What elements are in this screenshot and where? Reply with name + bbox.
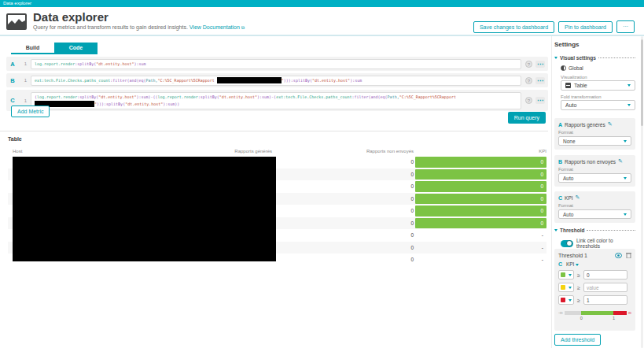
rapports-non-envoyes-cell: 0: [274, 180, 415, 193]
threshold-color-select[interactable]: [558, 295, 574, 305]
threshold-toggle-row: Link cell color to thresholds: [561, 238, 638, 249]
row-menu-icon[interactable]: ⋯: [535, 77, 545, 84]
toggle-label: Link cell color to thresholds: [576, 238, 638, 249]
editor-tabs: Build Code: [11, 43, 98, 54]
delete-icon[interactable]: [626, 252, 631, 258]
threshold-color-select[interactable]: [558, 270, 574, 280]
query-code-input[interactable]: (log.report.render:splitBy("dt.entity.ho…: [31, 92, 521, 109]
query-letter-badge: A: [6, 61, 19, 68]
table-section-title: Table: [8, 136, 22, 142]
query-row-b[interactable]: B1ext:tech.File.Checks.paths_count:filte…: [6, 73, 548, 87]
edit-icon[interactable]: ✎: [576, 194, 580, 201]
row-menu-icon[interactable]: ⋯: [535, 97, 545, 104]
kpi-cell: 0: [415, 205, 546, 217]
fold-transformation-select[interactable]: Auto: [561, 100, 635, 110]
code-line: log.report.render:splitBy("dt.entity.hos…: [35, 61, 517, 68]
more-options-button[interactable]: ⋯: [616, 20, 635, 33]
help-icon[interactable]: ?: [525, 77, 532, 84]
help-icon[interactable]: ?: [525, 61, 532, 68]
kpi-value: 0: [415, 181, 546, 192]
code-token: "C:%5C_Rapport%5CRapport: [158, 78, 217, 83]
query-row-c[interactable]: C1(log.report.render:splitBy("dt.entity.…: [6, 90, 548, 111]
code-token: log.report.render: [158, 94, 198, 99]
threshold-rule: ≥: [558, 270, 631, 280]
column-header-kpi[interactable]: KPI: [415, 146, 546, 156]
format-value: Auto: [563, 212, 573, 217]
subtitle-text: Query for metrics and transform results …: [33, 24, 188, 30]
visual-settings-label: Visual settings: [560, 55, 596, 61]
view-documentation-link[interactable]: View Documentation: [190, 24, 240, 30]
scrollbar[interactable]: [641, 36, 643, 348]
edit-icon[interactable]: ✎: [608, 121, 613, 128]
threshold-card-title: Threshold 1: [558, 253, 587, 258]
tab-code[interactable]: Code: [54, 43, 98, 53]
format-select-b[interactable]: Auto: [558, 173, 631, 183]
tab-build[interactable]: Build: [11, 43, 54, 53]
threshold-metric-select[interactable]: C KPI: [558, 261, 631, 267]
kpi-value: -: [542, 245, 546, 250]
yellow-swatch: [561, 285, 565, 290]
chevron-down-icon: [554, 57, 558, 59]
link-color-toggle[interactable]: [561, 240, 573, 247]
panel-divider: [551, 36, 552, 348]
add-threshold-button[interactable]: Add threshold: [554, 334, 601, 346]
kpi-cell: 0: [415, 193, 546, 205]
visualization-select[interactable]: Table: [561, 80, 635, 91]
rapports-non-envoyes-cell: 0: [274, 168, 415, 181]
line-number: 1: [19, 78, 27, 83]
code-token: "dt.entity.host": [125, 102, 163, 106]
visual-settings-section-header[interactable]: Visual settings: [554, 55, 635, 61]
row-menu-icon[interactable]: ⋯: [535, 61, 545, 68]
global-label: Global: [569, 65, 583, 71]
global-scope-row: Global: [561, 65, 583, 71]
metric-name: Rapports générés: [565, 122, 605, 128]
query-code-input[interactable]: log.report.render:splitBy("dt.entity.hos…: [31, 59, 521, 69]
format-select-c[interactable]: Auto: [558, 209, 631, 219]
kpi-cell: 0: [415, 217, 546, 230]
visibility-icon[interactable]: [615, 253, 622, 258]
code-token: ):sum: [136, 94, 148, 99]
min-infinity-label: -∞: [558, 310, 563, 315]
query-row-a[interactable]: A1log.report.render:splitBy("dt.entity.h…: [6, 57, 548, 71]
section-divider: [598, 57, 635, 58]
add-metric-button[interactable]: Add Metric: [11, 106, 50, 117]
threshold-label: Threshold: [560, 228, 584, 233]
redacted-host-column: [13, 157, 276, 261]
help-icon[interactable]: ?: [525, 97, 532, 104]
edit-icon[interactable]: ✎: [618, 158, 623, 165]
metric-card-a: A Rapports générés ✎ Format None: [554, 118, 635, 150]
run-query-button[interactable]: Run query: [508, 112, 546, 124]
kpi-value: 0: [415, 205, 546, 217]
column-header-rapports-generes[interactable]: Rapports générés: [195, 146, 274, 156]
section-divider: [587, 230, 635, 231]
header-actions: Save changes to dashboard Pin to dashboa…: [473, 20, 635, 33]
column-header-rapports-non-envoyes[interactable]: Rapports non envoyés: [274, 146, 415, 156]
chevron-down-icon: [627, 104, 631, 106]
area-chart-icon: [8, 18, 25, 28]
threshold-card-header: Threshold 1: [558, 252, 631, 258]
kpi-value: 0: [415, 218, 546, 229]
code-token: "dt.entity.host": [98, 94, 136, 99]
external-link-icon: ⧉: [241, 25, 245, 30]
format-label: Format: [558, 167, 631, 172]
threshold-card-actions: [615, 252, 631, 258]
column-header-host[interactable]: Host: [8, 146, 195, 156]
threshold-value-input[interactable]: [583, 295, 627, 305]
rapports-non-envoyes-cell: 0: [274, 205, 415, 217]
threshold-color-select[interactable]: [558, 283, 574, 292]
settings-panel: Settings Visual settings Global Visualiz…: [553, 36, 638, 348]
topbar-title: Data explorer: [3, 1, 31, 6]
settings-title: Settings: [554, 41, 580, 48]
page-subtitle: Query for metrics and transform results …: [33, 24, 245, 31]
threshold-value-input[interactable]: [583, 270, 627, 280]
pin-to-dashboard-button[interactable]: Pin to dashboard: [558, 21, 613, 33]
scrollbar-thumb[interactable]: [641, 39, 643, 126]
save-changes-button[interactable]: Save changes to dashboard: [473, 21, 554, 33]
threshold-value-input[interactable]: [583, 283, 627, 292]
max-infinity-label: ∞: [628, 310, 631, 315]
code-token: ):sum)): [163, 102, 179, 106]
query-code-input[interactable]: ext:tech.File.Checks.paths_count:filter(…: [31, 76, 521, 86]
threshold-section-header[interactable]: Threshold: [554, 228, 635, 233]
code-token: ))):splitBy(: [97, 102, 125, 106]
format-select-a[interactable]: None: [558, 136, 631, 146]
